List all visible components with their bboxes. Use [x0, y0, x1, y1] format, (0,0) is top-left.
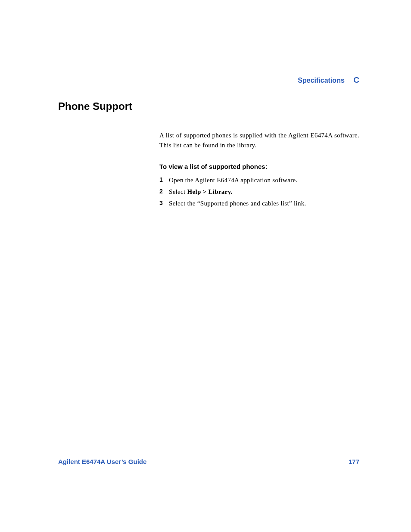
section-heading: Phone Support: [58, 100, 359, 112]
chapter-letter: C: [353, 75, 359, 85]
content-block: A list of supported phones is supplied w…: [159, 131, 359, 209]
step-3-text: Select the “Supported phones and cables …: [169, 200, 306, 207]
sub-heading: To view a list of supported phones:: [159, 163, 359, 170]
intro-paragraph: A list of supported phones is supplied w…: [159, 131, 359, 151]
step-2-text-prefix: Select: [169, 188, 187, 195]
document-page: Specifications C Phone Support A list of…: [0, 0, 411, 532]
chapter-name: Specifications: [298, 77, 344, 84]
guide-title: Agilent E6474A User’s Guide: [58, 458, 146, 465]
page-footer: Agilent E6474A User’s Guide 177: [58, 458, 359, 465]
step-2-text-bold: Help > Library.: [187, 188, 233, 195]
step-1: Open the Agilent E6474A application soft…: [159, 174, 359, 186]
step-list: Open the Agilent E6474A application soft…: [159, 174, 359, 209]
step-2: Select Help > Library.: [159, 186, 359, 198]
page-number: 177: [349, 458, 359, 465]
page-header-right: Specifications C: [298, 75, 359, 85]
step-3: Select the “Supported phones and cables …: [159, 198, 359, 209]
step-1-text: Open the Agilent E6474A application soft…: [169, 177, 297, 184]
